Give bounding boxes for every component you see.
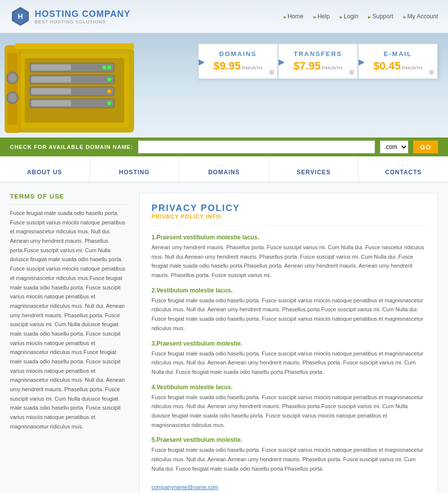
nav-contacts[interactable]: · · · CONTACTS — [359, 156, 448, 182]
nav-hosting-label: HOSTING — [119, 169, 150, 176]
nav-hosting[interactable]: · · · HOSTING — [90, 156, 180, 182]
section-text-3: Fusce feugiat male suada odio hasellu po… — [151, 349, 426, 377]
domain-search-input[interactable] — [138, 141, 375, 153]
nav-dots-contacts: · · · — [359, 163, 448, 168]
hero-image — [0, 33, 159, 138]
contact-email-link[interactable]: companyname@name.com — [151, 484, 219, 490]
svg-point-12 — [107, 77, 111, 81]
logo-text: HOSTING COMPANY BEST HOSTING SOLUTIONS — [35, 9, 131, 24]
pricing-domains-label: DOMAINS — [208, 50, 268, 58]
svg-rect-17 — [31, 100, 71, 106]
pricing-email-arrow: ▶ — [359, 57, 365, 66]
section-text-2: Fusce feugiat male suada odio hasellu po… — [151, 296, 426, 333]
nav-about-label: ABOUT US — [27, 169, 62, 176]
svg-point-8 — [107, 66, 111, 70]
zoom-icon-domains[interactable]: ⊕ — [269, 68, 275, 76]
svg-point-18 — [107, 101, 111, 105]
svg-point-9 — [102, 66, 106, 70]
logo: H HOSTING COMPANY BEST HOSTING SOLUTIONS — [10, 6, 131, 27]
svg-rect-21 — [15, 43, 134, 49]
nav-login[interactable]: Login — [340, 13, 359, 20]
page-subtitle: PRIVACY POLICY INFO — [151, 213, 426, 226]
pricing-transfers-label: TRANSFERS — [288, 50, 348, 58]
pricing-domains-amount: $9.95 — [214, 60, 241, 72]
svg-text:H: H — [18, 12, 23, 20]
nav-help[interactable]: Help — [313, 13, 330, 20]
nav-myaccount[interactable]: My Account — [403, 13, 438, 20]
pricing-transfers-arrow: ▶ — [279, 57, 285, 66]
company-tagline: BEST HOSTING SOLUTIONS — [35, 19, 131, 24]
nav-domains[interactable]: · · · DOMAINS — [179, 156, 269, 182]
nav-services-label: SERVICES — [297, 169, 330, 176]
nav-support[interactable]: Support — [368, 13, 393, 20]
zoom-icon-email[interactable]: ⊕ — [429, 68, 435, 76]
section-heading-1: 1.Praesent vestibulum molestie lacus. — [151, 234, 426, 241]
nav-about-us[interactable]: · · · ABOUT US — [0, 156, 90, 182]
section-heading-3: 3.Praesent vestibulum molestie. — [151, 340, 426, 347]
page-title: PRIVACY POLICY — [151, 203, 426, 213]
sidebar: TERMS OF USE Fusce feugiat male suada od… — [10, 193, 139, 493]
svg-point-15 — [107, 89, 111, 93]
svg-point-23 — [8, 74, 16, 82]
nav-dots-hosting: · · · — [90, 163, 179, 168]
svg-rect-11 — [31, 76, 71, 82]
pricing-email-period: P/MONTH — [402, 66, 423, 70]
domain-search-go-button[interactable]: GO — [413, 141, 438, 153]
main-content: PRIVACY POLICY PRIVACY POLICY INFO 1.Pra… — [139, 193, 438, 493]
domain-search-label: CHECK FOR AVAILABLE DOMAIN NAME: — [10, 144, 133, 150]
hero-section: ▶ DOMAINS $9.95P/MONTH ⊕ ▶ TRANSFERS $7.… — [0, 33, 448, 138]
logo-icon: H — [10, 6, 31, 27]
nav-dots-services: · · · — [269, 163, 359, 168]
nav-dots-domains: · · · — [179, 163, 269, 168]
company-name: HOSTING COMPANY — [35, 9, 131, 19]
pricing-email-amount: $0.45 — [373, 60, 401, 72]
section-heading-4: 4.Vestibulum molestie lacus. — [151, 384, 426, 391]
svg-rect-20 — [7, 53, 17, 125]
nav-dots-about: · · · — [0, 163, 89, 168]
sidebar-heading: TERMS OF USE — [10, 193, 129, 205]
domain-search-bar: CHECK FOR AVAILABLE DOMAIN NAME: .com .n… — [0, 138, 448, 156]
section-text-5: Fusce feugiat male suada odio hasellu po… — [151, 445, 426, 473]
section-text-4: Fusce feugiat male suada odio hasellu po… — [151, 393, 426, 430]
pricing-email: ▶ E-MAIL $0.45P/MONTH ⊕ — [358, 44, 438, 79]
top-navigation: Home Help Login Support My Account — [284, 13, 438, 20]
header: H HOSTING COMPANY BEST HOSTING SOLUTIONS… — [0, 0, 448, 33]
domain-extension-select[interactable]: .com .net .org .info — [380, 141, 408, 153]
server-graphic — [0, 33, 159, 138]
section-heading-5: 5.Praesent vestibulum molestie. — [151, 436, 426, 443]
nav-domains-label: DOMAINS — [208, 169, 240, 176]
nav-home[interactable]: Home — [284, 13, 303, 20]
pricing-section: ▶ DOMAINS $9.95P/MONTH ⊕ ▶ TRANSFERS $7.… — [198, 43, 438, 79]
pricing-transfers-amount: $7.95 — [294, 60, 321, 72]
main-navigation: · · · ABOUT US · · · HOSTING · · · DOMAI… — [0, 156, 448, 183]
content-area: TERMS OF USE Fusce feugiat male suada od… — [0, 183, 448, 493]
pricing-domains: ▶ DOMAINS $9.95P/MONTH ⊕ — [198, 44, 278, 79]
svg-rect-7 — [31, 65, 71, 70]
pricing-domains-period: P/MONTH — [242, 66, 263, 70]
svg-point-25 — [8, 94, 16, 102]
section-heading-2: 2.Vestibulum molestie lacus. — [151, 287, 426, 294]
svg-rect-14 — [31, 88, 71, 94]
nav-services[interactable]: · · · SERVICES — [269, 156, 359, 182]
section-text-1: Aenean umy hendrerit mauris. Phasellus p… — [151, 243, 426, 280]
pricing-domains-arrow: ▶ — [199, 57, 205, 66]
pricing-transfers: ▶ TRANSFERS $7.95P/MONTH ⊕ — [278, 44, 358, 79]
sidebar-text: Fusce feugiat male suada odio hasellu po… — [10, 209, 129, 431]
pricing-transfers-period: P/MONTH — [322, 66, 343, 70]
zoom-icon-transfers[interactable]: ⊕ — [349, 68, 355, 76]
nav-contacts-label: CONTACTS — [385, 169, 422, 176]
pricing-email-label: E-MAIL — [368, 50, 428, 58]
